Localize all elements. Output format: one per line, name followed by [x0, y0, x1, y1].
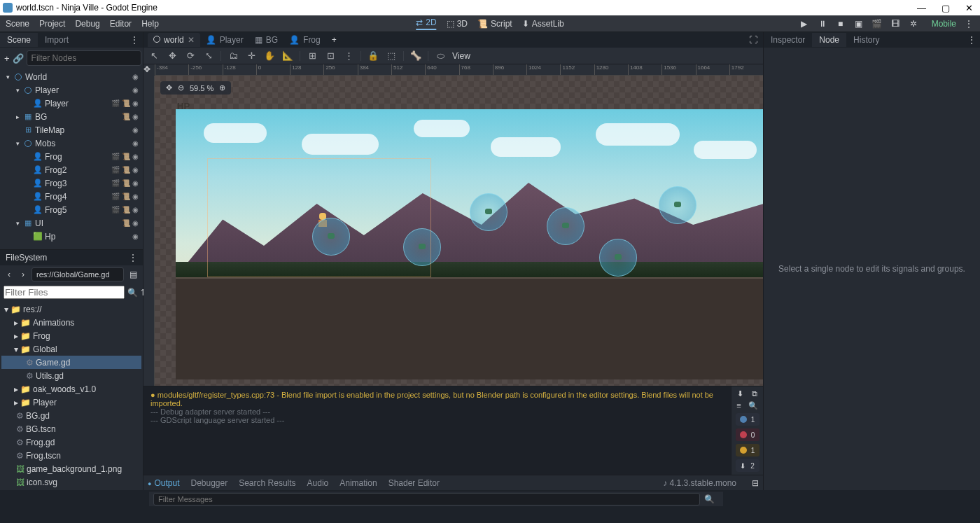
fs-forward-button[interactable]: ›: [18, 270, 29, 279]
filter-messages-input[interactable]: [153, 493, 700, 505]
tree-node[interactable]: 👤Player🎬📜◉: [1, 97, 141, 110]
tree-node[interactable]: ▾▦UI📜◉: [1, 216, 141, 230]
select-tool-icon[interactable]: ↖: [148, 50, 160, 61]
fs-back-button[interactable]: ‹: [4, 270, 15, 279]
scene-tab[interactable]: 👤Player: [200, 33, 249, 47]
tree-node[interactable]: 👤Frog5🎬📜◉: [1, 203, 141, 216]
clap-icon[interactable]: 🎬: [111, 99, 120, 107]
fs-node[interactable]: ⚙Game.gd: [1, 356, 141, 369]
link-node-button[interactable]: 🔗: [13, 53, 24, 64]
btab-debugger[interactable]: Debugger: [190, 478, 227, 488]
clap-icon[interactable]: 🎬: [111, 153, 120, 160]
eye-icon[interactable]: ◉: [132, 219, 139, 227]
fs-node[interactable]: ▾📁res://: [1, 302, 141, 316]
menu-help[interactable]: Help: [141, 19, 159, 29]
scale-tool-icon[interactable]: ⤡: [202, 50, 215, 61]
scene-tab[interactable]: ▦BG: [249, 33, 284, 47]
version-label[interactable]: ♪ 4.1.3.stable.mono: [663, 478, 736, 488]
skeleton-icon[interactable]: 🦴: [410, 50, 422, 61]
lock-icon[interactable]: 🔒: [367, 50, 379, 61]
fs-node[interactable]: 🖼icon.svg: [1, 475, 141, 489]
fs-node[interactable]: ⚙Frog.tscn: [1, 449, 141, 462]
play-project-button[interactable]: ▶: [799, 19, 810, 29]
eye-icon[interactable]: ◉: [132, 86, 139, 94]
renderer-menu-icon[interactable]: ⋮: [963, 19, 974, 29]
console-search-icon[interactable]: 🔍: [748, 401, 758, 410]
smart-snap-icon[interactable]: ⊡: [324, 50, 337, 61]
tab-node[interactable]: Node: [812, 33, 846, 47]
pivot-tool-icon[interactable]: ✛: [245, 50, 258, 61]
stop-button[interactable]: ■: [835, 19, 846, 29]
play-scene-button[interactable]: 🎬: [872, 19, 883, 29]
workspace-3d[interactable]: ⬚ 3D: [447, 19, 468, 29]
filter-search-icon[interactable]: 🔍: [700, 494, 719, 504]
script-icon[interactable]: 📜: [122, 99, 130, 107]
tree-node[interactable]: 👤Frog🎬📜◉: [1, 150, 141, 163]
eye-icon[interactable]: ◉: [132, 73, 139, 81]
pan-tool-icon[interactable]: ✋: [263, 50, 276, 61]
distraction-free-icon[interactable]: ⛶: [743, 35, 763, 45]
script-icon[interactable]: 📜: [122, 219, 130, 227]
ruler-corner-icon[interactable]: ✥: [144, 64, 155, 76]
group-icon[interactable]: ⬚: [385, 50, 398, 61]
zoom-out-button[interactable]: ⊖: [178, 83, 184, 92]
eye-icon[interactable]: ◉: [132, 126, 139, 134]
close-tab-icon[interactable]: ✕: [188, 35, 195, 45]
tree-node[interactable]: ▾Mobs◉: [1, 137, 141, 150]
tree-node[interactable]: 🟩Hp◉: [1, 230, 141, 243]
renderer-mode[interactable]: Mobile: [932, 19, 956, 29]
zoom-value[interactable]: 59.5 %: [190, 84, 214, 92]
fs-node[interactable]: ▾📁Global: [1, 342, 141, 356]
ruler-tool-icon[interactable]: 📐: [281, 50, 294, 61]
tab-scene[interactable]: Scene: [0, 33, 38, 47]
tree-node[interactable]: 👤Frog4🎬📜◉: [1, 190, 141, 203]
menu-project[interactable]: Project: [39, 19, 65, 29]
animation-key-icon[interactable]: ⬭: [434, 50, 447, 62]
fs-path[interactable]: res://Global/Game.gd: [31, 267, 124, 281]
clap-icon[interactable]: 🎬: [111, 179, 120, 187]
menu-debug[interactable]: Debug: [75, 19, 99, 29]
script-icon[interactable]: 📜: [122, 113, 130, 120]
tab-history[interactable]: History: [846, 33, 886, 47]
list-select-icon[interactable]: 🗂: [227, 50, 239, 61]
scene-tree[interactable]: ▾World◉▾Player◉👤Player🎬📜◉▸▦BG📜◉⊞TileMap◉…: [0, 69, 143, 249]
viewport-2d[interactable]: ✥ -384-256-12801282563845126407688961024…: [144, 64, 763, 386]
other-count-badge[interactable]: ⬇2: [736, 459, 760, 472]
eye-icon[interactable]: ◉: [132, 166, 139, 174]
script-icon[interactable]: 📜: [122, 206, 130, 214]
fs-search-icon[interactable]: 🔍: [127, 288, 138, 298]
add-tab-button[interactable]: +: [326, 35, 342, 45]
view-menu[interactable]: View: [452, 51, 470, 61]
eye-icon[interactable]: ◉: [132, 99, 139, 107]
zoom-in-button[interactable]: ⊕: [219, 83, 225, 92]
console-copy-icon[interactable]: ⬇: [737, 389, 743, 398]
eye-icon[interactable]: ◉: [132, 193, 139, 200]
console-filter-icon[interactable]: ≡: [736, 401, 741, 410]
filesystem-menu-icon[interactable]: ⋮: [129, 253, 137, 263]
scene-tab[interactable]: world✕: [148, 33, 200, 47]
fs-node[interactable]: ▸📁Player: [1, 396, 141, 409]
workspace-assetlib[interactable]: ⬇ AssetLib: [522, 19, 564, 29]
tab-import[interactable]: Import: [38, 33, 76, 47]
pause-button[interactable]: ⏸: [817, 19, 828, 29]
clap-icon[interactable]: 🎬: [111, 206, 120, 214]
scene-dock-menu-icon[interactable]: ⋮: [126, 35, 143, 45]
move-tool-icon[interactable]: ✥: [166, 50, 178, 61]
tree-node[interactable]: ⊞TileMap◉: [1, 123, 141, 137]
inspector-menu-icon[interactable]: ⋮: [963, 35, 980, 45]
tab-inspector[interactable]: Inspector: [764, 33, 812, 47]
minimize-button[interactable]: —: [917, 3, 926, 13]
filesystem-tree[interactable]: ▾📁res://▸📁Animations▸📁Frog▾📁Global⚙Game.…: [0, 301, 143, 490]
eye-icon[interactable]: ◉: [132, 206, 139, 214]
snap-toggle-icon[interactable]: ⊞: [306, 50, 318, 61]
fs-node[interactable]: ⚙Utils.gd: [1, 369, 141, 382]
fs-node[interactable]: ⚙BG.gd: [1, 409, 141, 422]
btab-animation[interactable]: Animation: [340, 478, 377, 488]
script-icon[interactable]: 📜: [122, 153, 130, 160]
tree-node[interactable]: ▾Player◉: [1, 83, 141, 97]
clap-icon[interactable]: 🎬: [111, 193, 120, 200]
play-custom-button[interactable]: 🎞: [890, 19, 901, 29]
fs-node[interactable]: ▸📁Animations: [1, 316, 141, 329]
bottom-bar-toggle-icon[interactable]: ⊟: [752, 478, 759, 488]
filter-files-input[interactable]: [4, 286, 125, 299]
